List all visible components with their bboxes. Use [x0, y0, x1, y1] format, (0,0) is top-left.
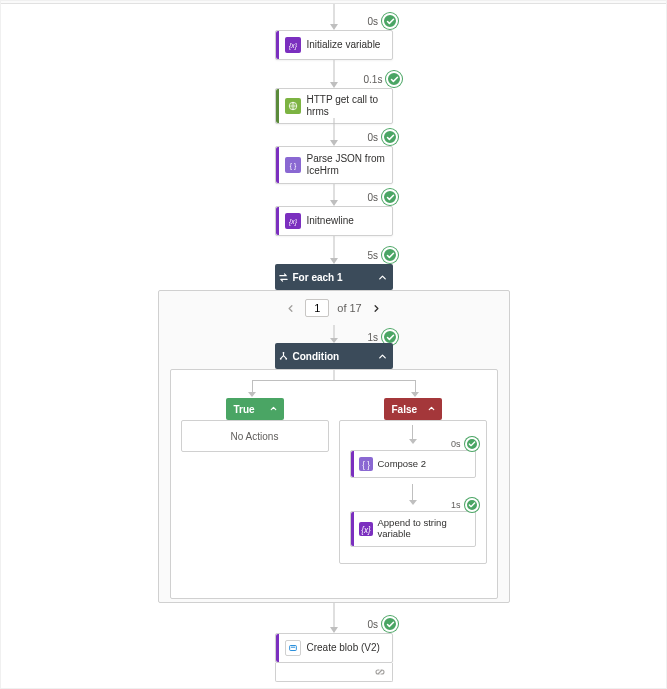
chevron-up-icon: [269, 404, 278, 415]
duration-label: 0s: [451, 439, 461, 449]
duration-label: 0s: [368, 192, 379, 203]
variable-icon: {x}: [285, 213, 301, 229]
action-footer: [275, 663, 393, 682]
chevron-up-icon: [427, 404, 436, 415]
success-check-icon: [382, 616, 398, 632]
scope-label: For each 1: [293, 272, 373, 283]
duration-label: 0s: [368, 132, 379, 143]
branch-true: True No Actions: [181, 398, 329, 564]
svg-text:{x}: {x}: [289, 42, 298, 50]
success-check-icon: [465, 498, 479, 512]
link-icon[interactable]: [374, 666, 386, 678]
braces-icon: { }: [285, 157, 301, 173]
foreach-body: of 17 1s Condition: [158, 290, 510, 603]
globe-icon: [285, 98, 301, 114]
chevron-up-icon[interactable]: [373, 351, 393, 362]
pager-prev[interactable]: [283, 301, 297, 315]
action-append-string[interactable]: 1s {x} Append to string variable: [350, 511, 476, 547]
action-label: Parse JSON from IceHrm: [307, 148, 392, 182]
success-check-icon: [382, 189, 398, 205]
pager-total: of 17: [337, 302, 361, 314]
svg-rect-10: [290, 647, 294, 648]
success-check-icon: [382, 247, 398, 263]
pager-next[interactable]: [370, 301, 384, 315]
svg-point-4: [283, 351, 285, 353]
branch-label: False: [392, 404, 418, 415]
duration-label: 0.1s: [364, 74, 383, 85]
pager: of 17: [159, 291, 509, 325]
scope-condition-header[interactable]: Condition: [275, 343, 393, 369]
duration-label: 1s: [451, 500, 461, 510]
pager-input[interactable]: [305, 299, 329, 317]
action-compose-2[interactable]: 0s { } Compose 2: [350, 450, 476, 478]
branch-false: False 0s: [339, 398, 487, 564]
chevron-up-icon[interactable]: [373, 272, 393, 283]
action-label: Initnewline: [307, 210, 392, 232]
action-label: Initialize variable: [307, 34, 392, 56]
branch-true-header[interactable]: True: [226, 398, 284, 420]
duration-label: 1s: [368, 332, 379, 343]
no-actions-label: No Actions: [231, 431, 279, 442]
duration-label: 5s: [368, 250, 379, 261]
success-check-icon: [382, 13, 398, 29]
scope-foreach-header[interactable]: For each 1: [275, 264, 393, 290]
branch-true-body: No Actions: [181, 420, 329, 452]
action-create-blob[interactable]: Create blob (V2): [275, 633, 393, 663]
action-initnewline[interactable]: {x} Initnewline: [275, 206, 393, 236]
duration-label: 0s: [368, 16, 379, 27]
svg-rect-9: [289, 646, 296, 651]
action-parse-json[interactable]: { } Parse JSON from IceHrm: [275, 146, 393, 184]
success-check-icon: [382, 129, 398, 145]
action-label: HTTP get call to hrms: [307, 89, 392, 123]
branch-icon: [275, 351, 293, 362]
success-check-icon: [386, 71, 402, 87]
svg-point-5: [280, 357, 282, 359]
duration-label: 0s: [368, 619, 379, 630]
action-label: Append to string variable: [378, 514, 475, 544]
action-initialize-variable[interactable]: {x} Initialize variable: [275, 30, 393, 60]
branch-false-header[interactable]: False: [384, 398, 442, 420]
success-check-icon: [465, 437, 479, 451]
action-label: Compose 2: [378, 455, 475, 474]
condition-body: True No Actions False: [170, 369, 498, 599]
scope-label: Condition: [293, 351, 373, 362]
variable-icon: {x}: [285, 37, 301, 53]
branch-label: True: [234, 404, 255, 415]
svg-point-6: [285, 357, 287, 359]
svg-text:{x}: {x}: [289, 218, 298, 226]
svg-text:{ }: { }: [289, 162, 296, 170]
svg-text:{x}: {x}: [361, 526, 371, 535]
loop-icon: [275, 272, 293, 283]
storage-icon: [285, 640, 301, 656]
braces-icon: { }: [359, 457, 373, 471]
variable-icon: {x}: [359, 522, 373, 536]
svg-text:{ }: { }: [362, 461, 370, 470]
action-label: Create blob (V2): [307, 637, 392, 659]
branch-false-body: 0s { } Compose 2: [339, 420, 487, 564]
